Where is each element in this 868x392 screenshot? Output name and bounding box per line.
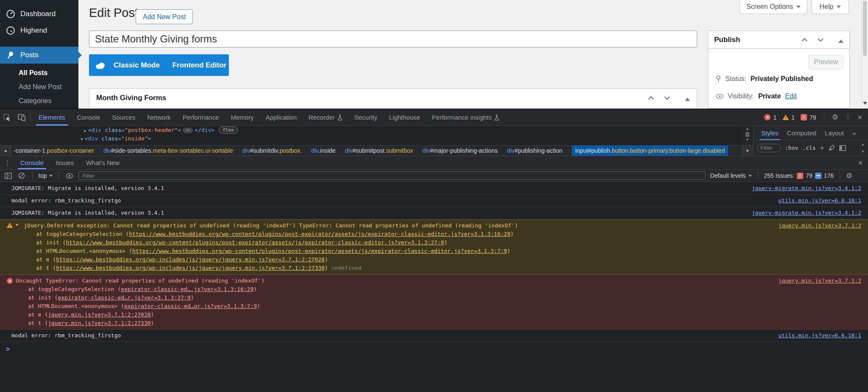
sidebar-subitem-categories[interactable]: Categories — [19, 97, 51, 105]
devtools-tab-security[interactable]: Security — [348, 109, 383, 126]
breadcrumb-scroll-left-icon[interactable]: ◂ — [0, 146, 11, 156]
message-expander-icon[interactable]: ▶ — [16, 222, 18, 227]
collapse-toggle-icon[interactable] — [685, 95, 690, 101]
breadcrumb-scroll-right-icon[interactable]: ▸ — [742, 145, 753, 156]
devtools-tab-console[interactable]: Console — [71, 109, 106, 126]
stack-frame-link[interactable]: jquery.min.js?ver=3.7.1:2:27330 — [48, 320, 151, 326]
styles-tab-[interactable]: » — [849, 126, 859, 140]
sidebar-item-posts[interactable]: Posts — [0, 47, 78, 64]
stack-frame-link[interactable]: https://www.bestbuddies.org/wp-content/p… — [66, 239, 444, 246]
page-scrollbar[interactable] — [861, 0, 868, 109]
devtools-tab-performance[interactable]: Performance — [177, 109, 225, 126]
breadcrumb-item[interactable]: div#submitdiv.postbox. — [242, 146, 302, 156]
devtools-tab-performance-insights[interactable]: Performance insights — [426, 109, 505, 126]
message-source-link[interactable]: jquery-migrate.min.js?ver=3.4.1:2 — [752, 209, 861, 217]
breadcrumb-item[interactable]: div#major-publishing-actions — [423, 146, 498, 156]
visibility-edit-link[interactable]: Edit — [785, 92, 797, 100]
live-expression-eye-icon[interactable] — [65, 173, 74, 179]
new-style-rule-icon[interactable]: + — [820, 144, 824, 152]
tree-expander-icon[interactable]: ▼ — [79, 135, 85, 143]
context-selector[interactable]: top — [39, 172, 53, 179]
expand-inline-icon[interactable]: ⋯ — [183, 128, 193, 133]
stack-frame-link[interactable]: expirator-classic-ed….js?ver=3.1.3:16:29 — [121, 286, 253, 292]
preview-button[interactable]: Preview — [809, 55, 843, 69]
breadcrumb-item[interactable]: input#publish.button.button-primary.butt… — [572, 146, 728, 156]
brush-icon[interactable] — [829, 145, 835, 151]
error-badge-icon[interactable]: × — [764, 114, 771, 120]
chevron-down-icon[interactable] — [664, 96, 670, 100]
stack-frame-link[interactable]: jquery.min.js?ver=3.7.1:2:27028 — [48, 311, 151, 318]
clear-console-icon[interactable] — [17, 172, 26, 179]
post-title-input[interactable] — [89, 31, 697, 48]
dom-tree-node[interactable]: ▶<div class="postbox-header">⋯</div>flex — [0, 126, 742, 134]
sidebar-subitem-all-posts[interactable]: All Posts — [19, 69, 47, 77]
styles-tab-computed[interactable]: Computed — [784, 126, 820, 140]
stack-frame-link[interactable]: expirator-classic-ed…r.js?ver=3.1.3:27:9 — [58, 294, 190, 301]
flex-layout-badge[interactable]: flex — [219, 126, 238, 134]
device-toolbar-icon[interactable] — [14, 109, 29, 126]
sidebar-item-highend[interactable]: Highend — [0, 22, 78, 39]
help-button[interactable]: Help — [812, 0, 849, 14]
drawer-tab-console[interactable]: Console — [14, 156, 50, 169]
warning-badge-icon[interactable]: ! — [782, 115, 789, 120]
message-source-link[interactable]: utils.min.js?ver=6.6.18:1 — [778, 331, 861, 340]
stack-frame-link[interactable]: https://www.bestbuddies.org/wp-includes/… — [56, 256, 325, 263]
issues-summary[interactable]: 255 Issues: ! 79 176 — [764, 172, 834, 179]
computed-panel-icon[interactable] — [839, 145, 846, 151]
elements-scrollbar[interactable]: ▲ ▼ — [742, 126, 753, 145]
message-source-link[interactable]: utils.min.js?ver=6.6.18:1 — [778, 196, 861, 205]
dom-tree-node[interactable]: ▼<div class="inside"> — [0, 134, 742, 143]
message-source-link[interactable]: jquery.min.js?ver=3.7.1:2 — [778, 221, 861, 230]
drawer-menu-kebab-icon[interactable]: ⋮ — [0, 156, 14, 169]
settings-gear-icon[interactable]: ⚙ — [832, 114, 838, 121]
scrollbar-down-arrow[interactable] — [863, 102, 867, 107]
scroll-up-icon[interactable]: ▲ — [861, 143, 865, 146]
console-filter-input[interactable] — [78, 171, 706, 180]
toggle-hover-state-button[interactable]: :hov — [785, 145, 798, 151]
scrollbar-thumb[interactable] — [863, 1, 867, 56]
styles-filter-input[interactable] — [757, 144, 781, 152]
more-options-kebab-icon[interactable]: ⋮ — [844, 114, 851, 121]
devtools-tab-elements[interactable]: Elements — [33, 109, 71, 126]
scrollbar-thumb[interactable] — [746, 132, 749, 137]
scroll-down-icon[interactable]: ▼ — [861, 150, 865, 154]
devtools-tab-network[interactable]: Network — [142, 109, 177, 126]
classic-mode-button[interactable]: Classic Mode — [114, 61, 160, 70]
close-devtools-icon[interactable]: × — [857, 113, 862, 121]
devtools-tab-sources[interactable]: Sources — [106, 109, 142, 126]
stack-frame-link[interactable]: https://www.bestbuddies.org/wp-content/p… — [129, 231, 510, 237]
sidebar-subitem-add-new-post[interactable]: Add New Post — [19, 83, 61, 91]
message-source-link[interactable]: jquery-migrate.min.js?ver=3.4.1:2 — [752, 184, 861, 193]
stack-frame-link[interactable]: expirator-classic-ed…or.js?ver=3.1.3:7:9 — [124, 303, 257, 309]
devtools-tab-recorder[interactable]: Recorder — [303, 109, 348, 126]
tree-expander-icon[interactable]: ▶ — [82, 126, 88, 135]
drawer-tab-issues[interactable]: Issues — [50, 156, 80, 169]
styles-tab-layout[interactable]: Layout — [821, 126, 847, 140]
devtools-tab-application[interactable]: Application — [260, 109, 303, 126]
chevron-up-icon[interactable] — [801, 38, 808, 42]
styles-tab-styles[interactable]: Styles — [758, 126, 782, 140]
breadcrumb-item[interactable]: div#publishing-action — [507, 146, 562, 156]
styles-scrollbar[interactable]: ▲▼ — [861, 143, 865, 154]
console-prompt[interactable]: > — [0, 342, 868, 353]
toggle-class-button[interactable]: .cls — [802, 145, 815, 151]
devtools-tab-lighthouse[interactable]: Lighthouse — [383, 109, 426, 126]
sidebar-item-dashboard[interactable]: Dashboard — [0, 6, 78, 22]
chevron-up-icon[interactable] — [648, 96, 654, 100]
metabox-header[interactable]: Month Giving Forms — [89, 89, 697, 107]
collapse-toggle-icon[interactable] — [838, 37, 843, 43]
breadcrumb-item[interactable]: div#submitpost.submitbox — [345, 146, 413, 156]
inspect-element-icon[interactable] — [0, 109, 14, 126]
scroll-down-icon[interactable]: ▼ — [746, 138, 749, 142]
frontend-editor-button[interactable]: Frontend Editor — [172, 61, 226, 70]
issues-badge-icon[interactable]: ! — [801, 114, 807, 120]
drawer-tab-what-s-new[interactable]: What's New — [80, 156, 125, 169]
stack-frame-link[interactable]: https://www.bestbuddies.org/wp-includes/… — [56, 265, 325, 271]
console-settings-gear-icon[interactable]: ⚙ — [846, 172, 852, 179]
devtools-tab-memory[interactable]: Memory — [225, 109, 260, 126]
breadcrumb-item[interactable]: div#side-sortables.meta-box-sortables.ui… — [103, 146, 233, 156]
chevron-down-icon[interactable] — [817, 38, 824, 42]
screen-options-button[interactable]: Screen Options — [740, 0, 807, 14]
publish-header[interactable]: Publish — [708, 31, 849, 49]
stack-frame-link[interactable]: https://www.bestbuddies.org/wp-content/p… — [132, 248, 507, 254]
